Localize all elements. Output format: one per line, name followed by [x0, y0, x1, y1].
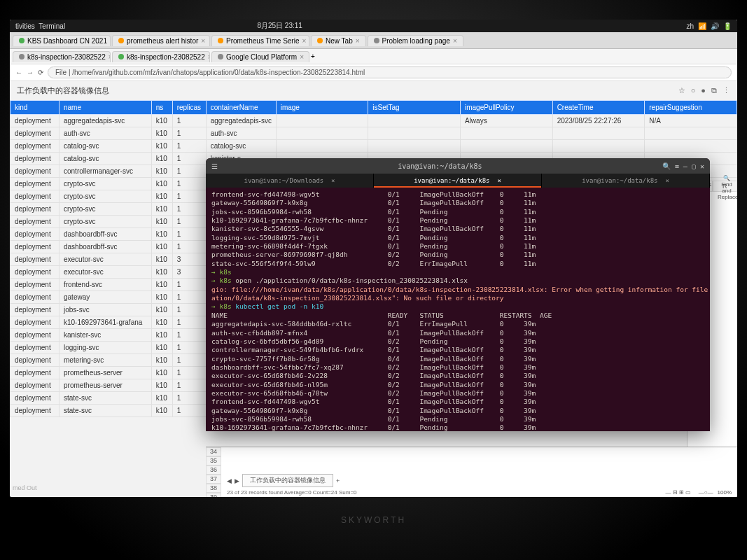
menu-icon[interactable]: ≡: [675, 162, 679, 170]
browser-tab[interactable]: KBS Dashboard CN 2021×: [13, 35, 111, 46]
table-cell: deployment: [11, 115, 60, 127]
table-cell: 1: [172, 379, 206, 392]
tab-close-icon[interactable]: ×: [110, 37, 111, 45]
terminal-titlebar[interactable]: ☰ ivan@ivan:~/data/k8s 🔍 ≡ — ▢ ✕: [206, 158, 710, 174]
row-header[interactable]: 39: [206, 493, 221, 497]
nav-fwd-icon[interactable]: →: [27, 69, 34, 76]
terminal-tab[interactable]: ivan@ivan:~/data/k8s ×: [542, 174, 710, 188]
close-icon[interactable]: ✕: [700, 162, 704, 170]
col-header[interactable]: isSetTag: [368, 101, 461, 115]
table-cell: 1: [172, 127, 206, 140]
col-header[interactable]: kind: [11, 101, 60, 115]
spreadsheet-bottom: 343536373839 ◀ ▶ 工作负载中的容器镜像信息 + 23 of 23…: [206, 447, 737, 497]
gnome-top-bar: tivities Terminal 8月25日 23:11 zh 📶 🔊 🔋: [10, 20, 737, 32]
new-tab-icon[interactable]: +: [311, 52, 315, 60]
table-cell: crypto-svc: [60, 216, 152, 228]
tab-close-icon[interactable]: ×: [665, 177, 669, 184]
page-action-icon[interactable]: ○: [691, 86, 696, 95]
table-cell: deployment: [11, 253, 60, 266]
terminal-tab[interactable]: ivan@ivan:~/Downloads ×: [206, 174, 374, 188]
page-action-icon[interactable]: ⧉: [711, 86, 717, 95]
search-icon[interactable]: 🔍: [662, 162, 671, 170]
table-cell: [645, 127, 737, 140]
tab-label: prometheus alert histor: [127, 37, 198, 45]
page-action-icon[interactable]: ☆: [678, 86, 685, 95]
tab-close-icon[interactable]: ×: [356, 37, 360, 45]
browser-tab[interactable]: Prometheus Time Serie×: [211, 35, 309, 46]
row-header[interactable]: 38: [206, 484, 221, 493]
favicon-icon: [317, 38, 323, 43]
page-action-icon[interactable]: ⋮: [722, 86, 730, 95]
table-cell: [368, 127, 461, 140]
tray-icons[interactable]: zh 📶 🔊 🔋: [686, 22, 732, 30]
table-cell: k10: [151, 405, 172, 417]
page-action-icon[interactable]: ●: [701, 86, 706, 95]
sound-icon[interactable]: 🔊: [711, 22, 719, 30]
nav-back-icon[interactable]: ←: [15, 69, 22, 76]
tab-close-icon[interactable]: ×: [300, 53, 304, 61]
table-cell: deployment: [11, 127, 60, 140]
browser-tab[interactable]: Google Cloud Platform×: [211, 51, 309, 62]
url-bar[interactable]: File | /home/ivan/github.com/mfz/ivan/ch…: [48, 66, 732, 78]
minimize-icon[interactable]: —: [683, 162, 687, 170]
table-cell: 1: [172, 405, 206, 417]
hamburger-icon[interactable]: ☰: [211, 162, 218, 170]
sheet-zoom[interactable]: — ⊟ ⊞ ▭ —○— 100%: [666, 489, 732, 496]
table-cell: k10: [151, 115, 172, 127]
table-cell: Always: [460, 115, 552, 127]
network-icon[interactable]: 📶: [698, 22, 706, 30]
table-cell: catalog-svc: [60, 140, 152, 153]
sheet-tab-next-icon[interactable]: ▶: [235, 477, 239, 484]
sheet-tab-prev-icon[interactable]: ◀: [227, 477, 232, 484]
col-header[interactable]: repairSuggestion: [645, 101, 737, 115]
tab-close-icon[interactable]: ×: [453, 37, 457, 45]
tab-close-icon[interactable]: ×: [302, 37, 307, 45]
table-cell: 1: [172, 228, 206, 241]
row-header[interactable]: 37: [206, 475, 221, 484]
find-replace-button[interactable]: 🔍Find and Replace: [718, 175, 736, 200]
terminal-output[interactable]: frontend-svc-fd447498-wgv5t 0/1 ImagePul…: [206, 188, 710, 431]
app-name[interactable]: Terminal: [39, 22, 65, 30]
activities-label[interactable]: tivities: [15, 22, 35, 30]
table-cell: deployment: [11, 190, 60, 203]
browser-tabs-row1: KBS Dashboard CN 2021×prometheus alert h…: [10, 32, 737, 49]
col-header[interactable]: CreateTime: [552, 101, 645, 115]
row-header[interactable]: 36: [206, 465, 221, 475]
tab-close-icon[interactable]: ×: [497, 177, 501, 184]
col-header[interactable]: ns: [151, 101, 172, 115]
row-header[interactable]: 34: [206, 447, 221, 456]
browser-tab[interactable]: Problem loading page×: [368, 35, 463, 46]
tab-close-icon[interactable]: ×: [201, 37, 205, 45]
table-cell: aggregatedapis-svc: [206, 115, 276, 127]
power-icon[interactable]: 🔋: [723, 22, 732, 30]
terminal-tab[interactable]: ivan@ivan:~/data/k8s ×: [374, 174, 542, 188]
browser-tab[interactable]: prometheus alert histor×: [112, 35, 210, 46]
sheet-tab[interactable]: 工作负载中的容器镜像信息: [242, 474, 333, 487]
clock[interactable]: 8月25日 23:11: [257, 21, 302, 31]
table-cell: catalog-svc: [60, 153, 152, 165]
nav-reload-icon[interactable]: ⟳: [38, 69, 43, 76]
tab-close-icon[interactable]: ×: [331, 177, 335, 184]
tab-close-icon[interactable]: ×: [208, 53, 210, 61]
terminal-window[interactable]: ☰ ivan@ivan:~/data/k8s 🔍 ≡ — ▢ ✕ ivan@iv…: [206, 158, 710, 431]
tab-label: KBS Dashboard CN 2021: [27, 37, 107, 45]
maximize-icon[interactable]: ▢: [692, 162, 696, 170]
table-row[interactable]: deploymentauth-svck101auth-svc: [11, 127, 737, 140]
tab-close-icon[interactable]: ×: [109, 53, 111, 61]
ime-icon[interactable]: zh: [686, 22, 694, 30]
col-header[interactable]: containerName: [206, 101, 276, 115]
browser-tab[interactable]: New Tab×: [311, 35, 366, 46]
col-header[interactable]: replicas: [172, 101, 206, 115]
sheet-add-icon[interactable]: +: [336, 477, 340, 484]
browser-tab[interactable]: k8s-inspection-23082522×: [13, 51, 111, 62]
row-header[interactable]: 35: [206, 456, 221, 465]
col-header[interactable]: name: [60, 101, 152, 115]
favicon-icon: [118, 38, 124, 43]
col-header[interactable]: image: [276, 101, 368, 115]
col-header[interactable]: imagePullPolicy: [460, 101, 552, 115]
table-cell: k10: [151, 304, 172, 316]
table-row[interactable]: deploymentaggregatedapis-svck101aggregat…: [11, 115, 737, 127]
table-row[interactable]: deploymentcatalog-svck101catalog-svc: [11, 140, 737, 153]
table-cell: 1: [172, 203, 206, 216]
browser-tab[interactable]: k8s-inspection-23082522×: [112, 51, 210, 62]
